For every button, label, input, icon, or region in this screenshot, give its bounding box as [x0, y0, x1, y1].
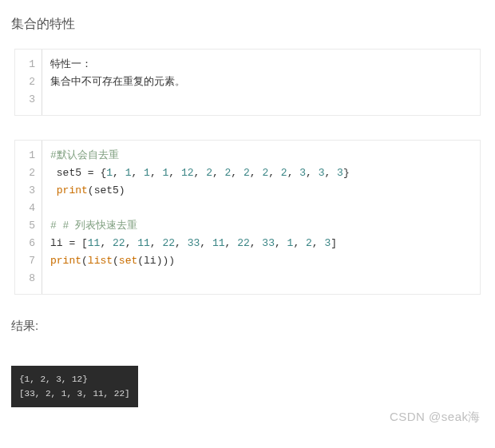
result-label: 结果: — [11, 319, 484, 334]
line-number: 4 — [20, 200, 35, 217]
terminal-output: {1, 2, 3, 12} [33, 2, 1, 3, 11, 22] — [11, 366, 138, 407]
code-line — [50, 270, 472, 287]
line-number: 3 — [20, 182, 35, 200]
line-number: 2 — [20, 73, 35, 91]
code-block-1: 123 特性一：集合中不可存在重复的元素。 — [14, 49, 481, 116]
line-number-gutter: 12345678 — [15, 141, 42, 294]
code-line: set5 = {1, 1, 1, 1, 12, 2, 2, 2, 2, 2, 3… — [50, 165, 472, 182]
code-line: 集合中不可存在重复的元素。 — [50, 73, 472, 91]
code-line: #默认会自去重 — [50, 147, 472, 165]
watermark: CSDN @seak海 — [390, 410, 481, 425]
code-line: 特性一： — [50, 56, 472, 73]
line-number: 2 — [20, 165, 35, 182]
code-line: # # 列表快速去重 — [50, 217, 472, 235]
line-number: 8 — [20, 270, 35, 287]
line-number: 6 — [20, 235, 35, 252]
line-number: 3 — [20, 91, 35, 109]
line-number: 1 — [20, 56, 35, 73]
code-line: li = [11, 22, 11, 22, 33, 11, 22, 33, 1,… — [50, 235, 472, 252]
code-line — [50, 91, 472, 109]
line-number: 5 — [20, 217, 35, 235]
code-line: print(list(set(li))) — [50, 252, 472, 270]
code-line: print(set5) — [50, 182, 472, 200]
line-number: 7 — [20, 252, 35, 270]
code-content: 特性一：集合中不可存在重复的元素。 — [42, 50, 480, 115]
code-line — [50, 200, 472, 217]
code-block-2: 12345678 #默认会自去重 set5 = {1, 1, 1, 1, 12,… — [14, 140, 481, 295]
line-number-gutter: 123 — [15, 50, 42, 115]
line-number: 1 — [20, 147, 35, 165]
section-heading: 集合的特性 — [11, 16, 484, 33]
code-content: #默认会自去重 set5 = {1, 1, 1, 1, 12, 2, 2, 2,… — [42, 141, 480, 294]
